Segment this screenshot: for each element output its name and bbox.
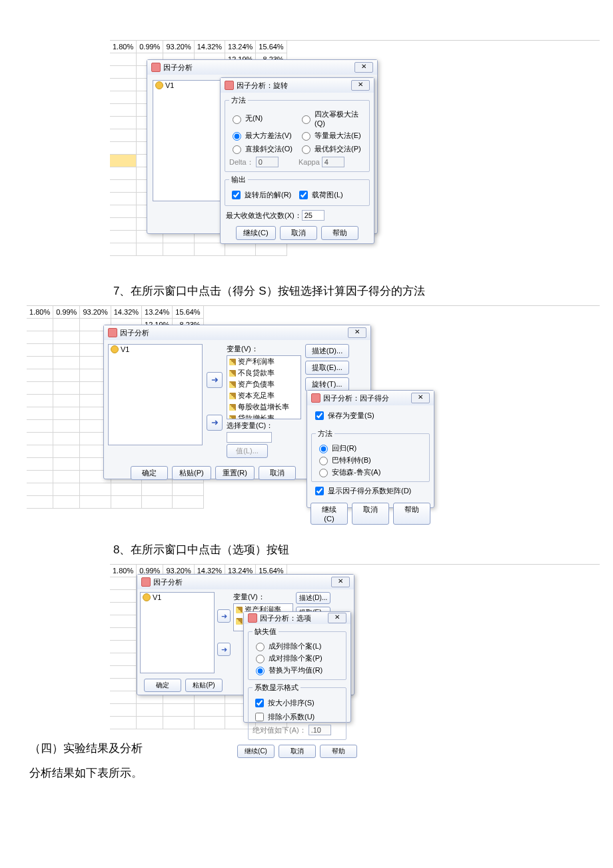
scale-icon bbox=[236, 618, 243, 625]
max-iter-row: 最大收敛迭代次数(X)： bbox=[221, 209, 374, 222]
results-text: 分析结果如下表所示。 bbox=[29, 765, 613, 781]
dialog-title: 因子分析 bbox=[163, 63, 193, 73]
close-icon[interactable]: ✕ bbox=[351, 80, 370, 91]
reset-button[interactable]: 重置(R) bbox=[215, 466, 255, 480]
legend-coef-format: 系数显示格式 bbox=[253, 683, 301, 693]
app-icon bbox=[248, 613, 257, 623]
check-save-as-var[interactable]: 保存为变量(S) bbox=[312, 409, 428, 422]
check-rotated-solution[interactable]: 旋转后的解(R) bbox=[229, 189, 291, 201]
radio-oblimin[interactable]: 直接斜交法(O) bbox=[229, 143, 296, 154]
continue-button[interactable]: 继续(C) bbox=[236, 226, 275, 240]
factor-score-dialog[interactable]: 因子分析：因子得分✕ 保存为变量(S) 方法 回归(R) 巴特利特(B) 安德森… bbox=[306, 390, 434, 508]
radio-bartlett[interactable]: 巴特利特(B) bbox=[316, 455, 425, 465]
move-right-button[interactable]: ➜ bbox=[207, 415, 223, 431]
radio-varimax[interactable]: 最大方差法(V) bbox=[229, 130, 296, 141]
scale-icon bbox=[229, 381, 236, 388]
delta-field: Delta： bbox=[229, 157, 296, 167]
paste-button[interactable]: 粘贴(P) bbox=[172, 466, 211, 480]
variable-icon bbox=[111, 345, 119, 353]
legend-method: 方法 bbox=[229, 95, 248, 105]
caption-step8: 8、在所示窗口中点击（选项）按钮 bbox=[113, 542, 613, 557]
variable-list[interactable]: V1 bbox=[153, 80, 221, 201]
scale-icon bbox=[229, 359, 236, 365]
app-icon bbox=[108, 328, 117, 337]
scale-icon bbox=[229, 415, 236, 420]
close-icon[interactable]: ✕ bbox=[411, 393, 430, 403]
figure-options-dialog: 1.80%0.99%93.20%14.32%13.24%15.64% 12.19… bbox=[110, 564, 600, 731]
figure-score-dialog: 1.80%0.99%93.20%14.32%13.24%15.64% 12.19… bbox=[27, 305, 600, 533]
radio-quartimax[interactable]: 四次幂极大法(Q) bbox=[299, 109, 365, 127]
radio-regression[interactable]: 回归(R) bbox=[316, 443, 425, 453]
check-coef-matrix[interactable]: 显示因子得分系数矩阵(D) bbox=[312, 485, 428, 497]
check-suppress[interactable]: 排除小系数(U) bbox=[253, 711, 342, 723]
value-button[interactable]: 值(L)... bbox=[227, 444, 268, 458]
help-button[interactable]: 帮助 bbox=[393, 503, 430, 525]
variable-item: V1 bbox=[165, 81, 174, 89]
help-button[interactable]: 帮助 bbox=[320, 745, 357, 758]
help-button[interactable]: 帮助 bbox=[321, 226, 358, 240]
app-icon bbox=[225, 81, 234, 90]
scale-icon bbox=[236, 607, 243, 613]
figure-rotate-dialog: 1.80%0.99%93.20%14.32%13.24%15.64% 12.19… bbox=[110, 40, 600, 274]
scale-icon bbox=[229, 404, 236, 411]
radio-listwise[interactable]: 成列排除个案(L) bbox=[253, 641, 342, 651]
continue-button[interactable]: 继续(C) bbox=[237, 745, 275, 758]
caption-step7: 7、在所示窗口中点击（得分 S）按钮选择计算因子得分的方法 bbox=[113, 283, 613, 299]
dialog-title: 因子分析：因子得分 bbox=[323, 393, 389, 403]
selected-var-list[interactable]: 资产利润率 不良贷款率 资产负债率 资本充足率 每股收益增长率 贷款增长率 存款… bbox=[227, 355, 301, 419]
radio-promax[interactable]: 最优斜交法(P) bbox=[299, 143, 365, 154]
describe-button[interactable]: 描述(D)... bbox=[305, 344, 349, 358]
variable-item: V1 bbox=[121, 345, 129, 353]
dialog-title: 因子分析：选项 bbox=[260, 613, 311, 623]
dialog-title: 因子分析 bbox=[120, 328, 149, 338]
continue-button[interactable]: 继续(C) bbox=[310, 503, 348, 525]
select-var-input[interactable] bbox=[227, 432, 272, 443]
variable-icon bbox=[155, 81, 163, 89]
score-method-group: 方法 回归(R) 巴特利特(B) 安德森-鲁宾(A) bbox=[311, 429, 430, 482]
rotate-dialog[interactable]: 因子分析：旋转✕ 方法 无(N) 四次幂极大法(Q) 最大方差法(V) 等量最大… bbox=[220, 77, 374, 244]
app-icon bbox=[141, 577, 151, 587]
radio-pairwise[interactable]: 成对排除个案(P) bbox=[253, 653, 342, 663]
ok-button[interactable]: 确定 bbox=[144, 679, 181, 692]
cancel-button[interactable]: 取消 bbox=[279, 745, 316, 758]
max-iter-input[interactable] bbox=[302, 210, 324, 221]
close-icon[interactable]: ✕ bbox=[348, 327, 366, 338]
abs-value-row: 绝对值如下(A)： bbox=[253, 725, 342, 735]
scale-icon bbox=[229, 393, 236, 399]
app-icon bbox=[151, 63, 161, 72]
close-icon[interactable]: ✕ bbox=[331, 577, 350, 587]
move-right-button[interactable]: ➜ bbox=[217, 609, 231, 623]
cancel-button[interactable]: 取消 bbox=[352, 503, 389, 525]
rotate-button[interactable]: 旋转(T)... bbox=[305, 377, 349, 391]
cancel-button[interactable]: 取消 bbox=[259, 466, 296, 480]
extract-button[interactable]: 提取(E)... bbox=[305, 361, 349, 375]
output-group: 输出 旋转后的解(R) 载荷图(L) bbox=[225, 175, 370, 206]
kappa-field: Kappa bbox=[299, 157, 365, 167]
close-icon[interactable]: ✕ bbox=[328, 613, 346, 623]
radio-anderson[interactable]: 安德森-鲁宾(A) bbox=[316, 467, 425, 477]
variable-icon bbox=[143, 593, 151, 601]
source-var-list[interactable]: V1 bbox=[140, 592, 215, 673]
radio-mean[interactable]: 替换为平均值(R) bbox=[253, 665, 342, 675]
source-var-list[interactable]: V1 bbox=[108, 344, 203, 445]
describe-button[interactable]: 描述(D)... bbox=[296, 592, 330, 604]
check-sort[interactable]: 按大小排序(S) bbox=[253, 697, 342, 709]
move-right-button[interactable]: ➜ bbox=[217, 643, 231, 656]
check-loading-plot[interactable]: 载荷图(L) bbox=[297, 189, 342, 201]
method-group: 方法 无(N) 四次幂极大法(Q) 最大方差法(V) 等量最大法(E) 直接斜交… bbox=[225, 95, 370, 172]
missing-group: 缺失值 成列排除个案(L) 成对排除个案(P) 替换为平均值(R) bbox=[248, 627, 346, 680]
selvar-label: 选择变量(C)： bbox=[227, 421, 301, 431]
radio-equamax[interactable]: 等量最大法(E) bbox=[299, 130, 365, 141]
vars-label: 变量(V)： bbox=[227, 344, 301, 354]
dialog-title: 因子分析：旋转 bbox=[237, 81, 288, 91]
options-dialog[interactable]: 因子分析：选项✕ 缺失值 成列排除个案(L) 成对排除个案(P) 替换为平均值(… bbox=[243, 611, 351, 723]
cancel-button[interactable]: 取消 bbox=[280, 226, 317, 240]
move-right-button[interactable]: ➜ bbox=[207, 372, 223, 388]
legend-method: 方法 bbox=[316, 429, 334, 439]
ok-button[interactable]: 确定 bbox=[131, 466, 168, 480]
paste-button[interactable]: 粘贴(P) bbox=[185, 679, 223, 692]
close-icon[interactable]: ✕ bbox=[354, 62, 373, 73]
radio-none[interactable]: 无(N) bbox=[229, 109, 296, 127]
coef-format-group: 系数显示格式 按大小排序(S) 排除小系数(U) 绝对值如下(A)： bbox=[248, 683, 346, 740]
vars-label: 变量(V)： bbox=[233, 592, 293, 602]
